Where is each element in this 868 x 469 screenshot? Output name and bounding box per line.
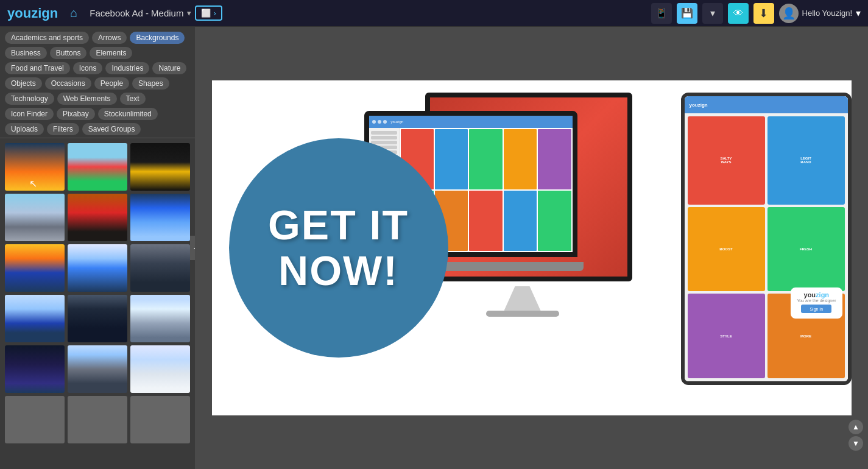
logo[interactable]: youzign bbox=[7, 5, 58, 21]
toolbar-dot bbox=[372, 120, 376, 124]
circle-text: GET IT NOW! bbox=[268, 202, 409, 294]
device-view-button[interactable]: 📱 bbox=[651, 3, 672, 24]
user-dropdown-arrow: ▾ bbox=[856, 7, 861, 19]
design-title: Facebook Ad - Medium bbox=[90, 8, 183, 18]
tag-uploads[interactable]: Uploads bbox=[5, 123, 44, 135]
canvas-size-icon: ⬜ bbox=[201, 9, 211, 18]
canvas-size-button[interactable]: ⬜ › bbox=[195, 5, 222, 21]
image-thumb-17[interactable] bbox=[68, 396, 127, 443]
tag-occasions[interactable]: Occasions bbox=[45, 77, 91, 90]
youzign-brand: youzign bbox=[797, 291, 836, 298]
card-text: MORE bbox=[800, 334, 811, 338]
android-card: SALTYWAYS bbox=[688, 116, 765, 205]
tag-buttons[interactable]: Buttons bbox=[50, 47, 87, 59]
android-body: youzign SALTYWAYS LEGITBAND bbox=[681, 93, 852, 385]
tag-saved-groups[interactable]: Saved Groups bbox=[82, 123, 141, 135]
image-thumb-14[interactable] bbox=[68, 345, 127, 393]
tag-academics-and-sports[interactable]: Academics and sports bbox=[5, 32, 89, 44]
image-thumb-12[interactable] bbox=[130, 295, 190, 342]
circle-element[interactable]: GET IT NOW! bbox=[229, 138, 448, 358]
thumb bbox=[504, 129, 537, 189]
image-thumb-7[interactable] bbox=[5, 244, 65, 292]
scroll-down-button[interactable]: ▼ bbox=[849, 436, 863, 451]
youzign-sub: You are the designer bbox=[797, 298, 836, 303]
logo-zign: zign bbox=[31, 5, 58, 21]
tag-technology[interactable]: Technology bbox=[5, 93, 54, 105]
tag-nature[interactable]: Nature bbox=[152, 62, 186, 74]
canvas-size-arrow: › bbox=[213, 9, 216, 18]
tag-pixabay[interactable]: Pixabay bbox=[57, 108, 95, 120]
tag-elements[interactable]: Elements bbox=[90, 47, 132, 59]
thumb bbox=[538, 129, 571, 189]
image-thumb-4[interactable] bbox=[5, 194, 65, 241]
canvas-frame[interactable]: GET IT NOW! REQUESTA QUOTENOW! bbox=[212, 80, 852, 415]
main-layout: Academics and sportsArrowsBackgroundsBus… bbox=[0, 27, 868, 469]
header: youzign ⌂ Facebook Ad - Medium ▾ ⬜ › 📱 💾… bbox=[0, 0, 868, 27]
preview-button[interactable]: 👁 bbox=[728, 3, 749, 24]
image-grid: ↖ bbox=[0, 138, 195, 469]
sidebar-item-mini bbox=[371, 141, 397, 144]
canvas-area: GET IT NOW! REQUESTA QUOTENOW! bbox=[195, 27, 868, 469]
image-thumb-10[interactable] bbox=[5, 295, 65, 342]
tag-stockunlimited[interactable]: Stockunlimited bbox=[98, 108, 158, 120]
android-card: STYLE bbox=[688, 294, 765, 378]
image-thumb-16[interactable] bbox=[5, 396, 65, 443]
header-right: 📱 💾 ▾ 👁 ⬇ 👤 Hello Youzign! ▾ bbox=[651, 3, 861, 24]
image-thumb-3[interactable] bbox=[130, 143, 190, 191]
image-thumb-5[interactable] bbox=[68, 194, 127, 241]
signin-label: Sign In bbox=[810, 307, 823, 311]
thumb bbox=[469, 129, 502, 189]
tag-arrows[interactable]: Arrows bbox=[92, 32, 127, 44]
tag-food-and-travel[interactable]: Food and Travel bbox=[5, 62, 70, 74]
toolbar-dot bbox=[378, 120, 381, 124]
tag-objects[interactable]: Objects bbox=[5, 77, 42, 90]
image-thumb-2[interactable] bbox=[68, 143, 127, 191]
image-thumb-15[interactable] bbox=[130, 345, 190, 393]
android-top-bar: youzign bbox=[685, 96, 848, 113]
card-text: SALTYWAYS bbox=[720, 157, 732, 164]
tag-business[interactable]: Business bbox=[5, 47, 47, 59]
card-text: STYLE bbox=[720, 334, 732, 338]
image-thumb-6[interactable] bbox=[130, 194, 190, 241]
scroll-indicator: ▲ ▼ bbox=[849, 420, 863, 451]
tag-people[interactable]: People bbox=[94, 77, 129, 90]
image-thumb-13[interactable] bbox=[5, 345, 65, 393]
scroll-up-button[interactable]: ▲ bbox=[849, 420, 863, 434]
tag-shapes[interactable]: Shapes bbox=[132, 77, 169, 90]
tag-text[interactable]: Text bbox=[120, 93, 146, 105]
image-thumb-8[interactable] bbox=[68, 244, 127, 292]
canvas-content: GET IT NOW! REQUESTA QUOTENOW! bbox=[212, 80, 852, 415]
android-device: youzign SALTYWAYS LEGITBAND bbox=[681, 93, 852, 385]
signin-button[interactable]: Sign In bbox=[801, 305, 831, 313]
home-button[interactable]: ⌂ bbox=[70, 6, 77, 20]
tag-web-elements[interactable]: Web Elements bbox=[57, 93, 117, 105]
circle-line1: GET IT bbox=[268, 202, 409, 248]
tag-industries[interactable]: Industries bbox=[105, 62, 149, 74]
card-text: BOOST bbox=[719, 247, 732, 251]
sidebar-item-mini bbox=[371, 136, 397, 139]
tag-backgrounds[interactable]: Backgrounds bbox=[130, 32, 185, 44]
tag-area: Academics and sportsArrowsBackgroundsBus… bbox=[0, 27, 195, 138]
tag-icons[interactable]: Icons bbox=[73, 62, 103, 74]
logo-you: you bbox=[7, 5, 31, 21]
dropdown-button[interactable]: ▾ bbox=[702, 3, 723, 24]
hello-text: Hello Youzign! bbox=[802, 9, 852, 18]
image-thumb-9[interactable] bbox=[130, 244, 190, 292]
sidebar-item-mini bbox=[371, 131, 397, 135]
design-dropdown-button[interactable]: ▾ bbox=[187, 9, 191, 18]
image-thumb-18[interactable] bbox=[130, 396, 190, 443]
user-area[interactable]: 👤 Hello Youzign! ▾ bbox=[779, 4, 861, 23]
tag-filters[interactable]: Filters bbox=[47, 123, 79, 135]
collapse-sidebar-button[interactable]: ◀ bbox=[190, 236, 195, 260]
image-thumb-1[interactable]: ↖ bbox=[5, 143, 65, 191]
android-content: SALTYWAYS LEGITBAND BOOST bbox=[685, 113, 848, 381]
thumb bbox=[538, 191, 571, 251]
thumb bbox=[504, 191, 537, 251]
save-button[interactable]: 💾 bbox=[677, 3, 697, 24]
image-thumb-11[interactable] bbox=[68, 295, 127, 342]
android-youzign-card: youzign You are the designer Sign In bbox=[791, 287, 842, 319]
download-button[interactable]: ⬇ bbox=[753, 3, 774, 24]
laptop-toolbar: youzign bbox=[369, 116, 573, 128]
laptop-brand: youzign bbox=[391, 120, 404, 124]
tag-icon-finder[interactable]: Icon Finder bbox=[5, 108, 54, 120]
